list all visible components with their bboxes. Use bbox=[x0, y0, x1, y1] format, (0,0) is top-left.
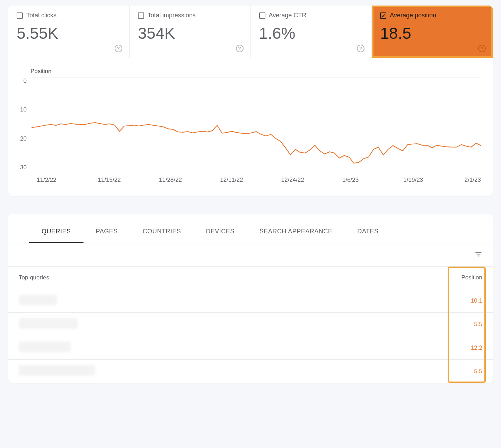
dimension-tabs: QUERIESPAGESCOUNTRIESDEVICESSEARCH APPEA… bbox=[8, 214, 493, 243]
table-header-row: Top queries Position bbox=[8, 267, 493, 289]
x-tick: 12/24/22 bbox=[281, 177, 342, 183]
x-axis: 11/2/2211/15/2211/28/2212/11/2212/24/221… bbox=[37, 177, 481, 183]
performance-card: Total clicks5.55K?Total impressions354K?… bbox=[8, 6, 493, 196]
tab-search-appearance[interactable]: SEARCH APPEARANCE bbox=[247, 221, 345, 243]
tab-queries[interactable]: QUERIES bbox=[29, 221, 84, 243]
tab-dates[interactable]: DATES bbox=[345, 221, 391, 243]
query-label-redacted bbox=[19, 318, 78, 329]
help-icon[interactable]: ? bbox=[236, 45, 244, 52]
x-tick: 12/11/22 bbox=[220, 177, 281, 183]
column-header-position[interactable]: Position bbox=[451, 274, 482, 281]
x-tick: 11/15/22 bbox=[98, 177, 159, 183]
position-value: 10.1 bbox=[451, 297, 482, 304]
metric-label: Average CTR bbox=[269, 12, 307, 19]
metric-total-clicks[interactable]: Total clicks5.55K? bbox=[8, 6, 130, 58]
metric-checkbox[interactable] bbox=[17, 12, 23, 19]
metric-value: 1.6% bbox=[259, 24, 363, 43]
tab-devices[interactable]: DEVICES bbox=[193, 221, 247, 243]
metric-value: 5.55K bbox=[17, 24, 121, 43]
x-tick: 11/28/22 bbox=[159, 177, 220, 183]
position-value: 12.2 bbox=[451, 344, 482, 351]
metric-label: Total clicks bbox=[26, 12, 56, 19]
chart-title: Position bbox=[30, 68, 481, 75]
metric-total-impressions[interactable]: Total impressions354K? bbox=[130, 6, 251, 58]
queries-table: Top queries Position 10.15.512.25.5 bbox=[8, 267, 493, 383]
query-label-redacted bbox=[19, 342, 71, 352]
y-tick: 30 bbox=[20, 164, 27, 171]
table-row[interactable]: 5.5 bbox=[8, 360, 493, 383]
help-icon[interactable]: ? bbox=[357, 45, 364, 52]
tab-countries[interactable]: COUNTRIES bbox=[130, 221, 194, 243]
metric-label: Total impressions bbox=[148, 12, 196, 19]
query-label-redacted bbox=[19, 295, 57, 305]
metric-average-ctr[interactable]: Average CTR1.6%? bbox=[251, 6, 372, 58]
tab-pages[interactable]: PAGES bbox=[84, 221, 130, 243]
help-icon[interactable]: ? bbox=[478, 45, 486, 52]
help-icon[interactable]: ? bbox=[115, 45, 122, 52]
y-tick: 20 bbox=[20, 135, 27, 142]
filter-row bbox=[8, 243, 493, 267]
metric-value: 18.5 bbox=[380, 24, 484, 43]
metric-checkbox[interactable] bbox=[259, 12, 265, 19]
table-row[interactable]: 5.5 bbox=[8, 313, 493, 336]
metrics-row: Total clicks5.55K?Total impressions354K?… bbox=[8, 6, 493, 58]
chart-plot bbox=[32, 78, 481, 171]
column-header-queries[interactable]: Top queries bbox=[19, 274, 451, 281]
x-tick: 1/6/23 bbox=[342, 177, 403, 183]
position-value: 5.5 bbox=[451, 321, 482, 328]
metric-checkbox[interactable] bbox=[380, 12, 386, 19]
y-tick: 10 bbox=[20, 106, 27, 113]
y-tick: 0 bbox=[20, 78, 27, 84]
x-tick: 2/1/23 bbox=[465, 177, 481, 183]
x-tick: 11/2/22 bbox=[37, 177, 98, 183]
metric-checkbox[interactable] bbox=[138, 12, 144, 19]
x-tick: 1/19/23 bbox=[403, 177, 464, 183]
table-row[interactable]: 12.2 bbox=[8, 336, 493, 360]
dimensions-card: QUERIESPAGESCOUNTRIESDEVICESSEARCH APPEA… bbox=[8, 214, 493, 383]
position-chart: Position 0102030 11/2/2211/15/2211/28/22… bbox=[8, 58, 493, 196]
metric-average-position[interactable]: Average position18.5? bbox=[372, 6, 493, 58]
table-row[interactable]: 10.1 bbox=[8, 289, 493, 313]
y-axis: 0102030 bbox=[20, 78, 32, 171]
position-value: 5.5 bbox=[451, 368, 482, 375]
metric-label: Average position bbox=[390, 12, 436, 19]
metric-value: 354K bbox=[138, 24, 242, 43]
query-label-redacted bbox=[19, 365, 95, 376]
filter-icon[interactable] bbox=[474, 250, 483, 260]
